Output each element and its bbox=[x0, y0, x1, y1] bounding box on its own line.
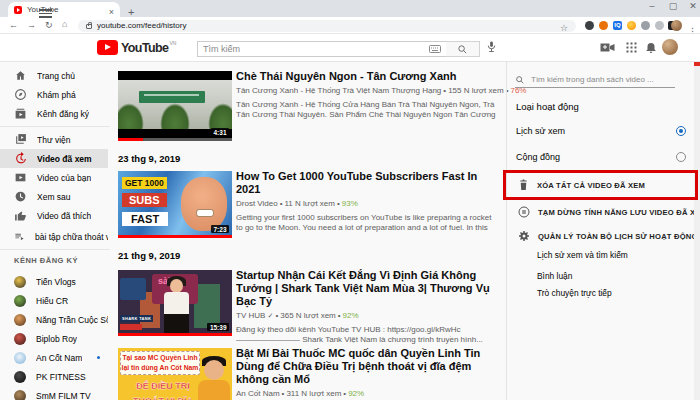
sidebar-item-your-videos[interactable]: Video của bạn bbox=[0, 168, 108, 187]
radio-row-watch-history[interactable]: Lịch sử xem bbox=[516, 126, 686, 136]
screen: YouTube – ▢ ✕ ← → ↻ ⌂ youtube.com/feed/h… bbox=[0, 0, 700, 400]
url-text[interactable]: youtube.com/feed/history bbox=[97, 21, 186, 30]
sidebar-channel[interactable]: Năng Trần Cuộc Sốn.. bbox=[0, 310, 108, 329]
sidebar-item-label: Khám phá bbox=[37, 90, 76, 100]
channel-avatar bbox=[14, 352, 26, 364]
scrollbar-track[interactable] bbox=[694, 34, 700, 400]
search-icon bbox=[457, 44, 468, 55]
sidebar-item-playlist[interactable]: bài tập chữa thoát vị ... bbox=[0, 227, 108, 246]
video-info: Startup Nhận Cái Kết Đắng Vì Định Giá Kh… bbox=[236, 269, 498, 346]
extension-icon-4[interactable] bbox=[655, 21, 664, 30]
action-label: QUẢN LÝ TOÀN BỘ LỊCH SỬ HOẠT ĐỘNG bbox=[538, 232, 698, 241]
sidebar-item-library[interactable]: Thư viện bbox=[0, 130, 108, 149]
video-title[interactable]: Bật Mí Bài Thuốc MC quốc dân Quyền Linh … bbox=[236, 347, 498, 386]
apps-grid-icon[interactable] bbox=[626, 42, 637, 53]
radio-label: Lịch sử xem bbox=[516, 126, 565, 136]
channel-label: Biplob Roy bbox=[36, 334, 77, 344]
channel-label: Tiến Vlogs bbox=[36, 277, 76, 287]
pause-watch-history-button[interactable]: TẠM DỪNG TÍNH NĂNG LƯU VIDEO ĐÃ XEM bbox=[518, 206, 700, 218]
channel-avatar bbox=[14, 276, 26, 288]
thumbnail-face bbox=[181, 177, 227, 231]
youtube-logo[interactable]: YouTube VN bbox=[97, 40, 176, 55]
window-maximize-button[interactable]: ▢ bbox=[666, 1, 680, 11]
sidebar-divider bbox=[0, 126, 110, 127]
reload-icon[interactable]: ↻ bbox=[45, 20, 53, 30]
sidebar-channel[interactable]: SmM FILM TV bbox=[0, 386, 108, 400]
sidebar-channel[interactable]: PK FITNESS bbox=[0, 367, 108, 386]
extension-icon-iq[interactable]: IQ bbox=[613, 21, 622, 30]
search-input[interactable] bbox=[203, 44, 429, 54]
omnibox[interactable]: youtube.com/feed/history bbox=[78, 20, 576, 32]
video-title[interactable]: Startup Nhận Cái Kết Đắng Vì Định Giá Kh… bbox=[236, 269, 498, 308]
sidebar-channel[interactable]: Tiến Vlogs bbox=[0, 272, 108, 291]
user-avatar[interactable] bbox=[662, 39, 678, 55]
video-thumbnail[interactable]: GET 1000 SUBS FAST 7:23 bbox=[118, 171, 232, 238]
extension-icon-1[interactable] bbox=[585, 21, 594, 30]
duration-badge: 15:39 bbox=[207, 323, 229, 331]
browser-profile-avatar[interactable] bbox=[671, 20, 682, 31]
browser-tab[interactable]: YouTube bbox=[8, 2, 120, 17]
lock-icon bbox=[86, 24, 92, 29]
youtube-play-icon bbox=[97, 40, 118, 55]
search-button[interactable] bbox=[446, 41, 480, 57]
hamburger-menu-icon[interactable] bbox=[39, 9, 52, 18]
radio-unselected-icon[interactable] bbox=[676, 152, 686, 162]
panel-divider bbox=[506, 62, 507, 400]
video-title[interactable]: How To Get 1000 YouTube Subscribers Fast… bbox=[236, 170, 498, 196]
radio-selected-icon[interactable] bbox=[676, 126, 686, 136]
radio-row-community[interactable]: Cộng đồng bbox=[516, 152, 686, 162]
home-nav-icon[interactable]: ⌂ bbox=[62, 19, 67, 29]
view-count: 311 N lượt xem bbox=[286, 389, 341, 398]
your-videos-icon bbox=[14, 171, 27, 184]
notifications-bell-icon[interactable] bbox=[645, 41, 657, 54]
window-close-button[interactable]: ✕ bbox=[686, 1, 700, 11]
window-minimize-button[interactable]: – bbox=[645, 1, 659, 11]
video-thumbnail[interactable]: Tại sao MC Quyền Linh lại tin dùng An Cố… bbox=[118, 348, 232, 400]
search-icon bbox=[515, 75, 525, 85]
create-video-icon[interactable] bbox=[600, 42, 615, 53]
forward-icon[interactable]: → bbox=[27, 20, 36, 30]
channel-name[interactable]: Tân Cương Xanh - Hệ Thống Trà Việt Nam T… bbox=[236, 86, 441, 95]
date-group-header: 21 thg 9, 2019 bbox=[118, 250, 180, 261]
sidebar-item-label: Video của bạn bbox=[37, 173, 91, 183]
sidebar-item-watch-later[interactable]: Xem sau bbox=[0, 187, 108, 206]
sidebar-item-subscriptions[interactable]: Kênh đăng ký bbox=[0, 104, 108, 123]
search-box[interactable] bbox=[197, 41, 447, 57]
watch-later-icon bbox=[14, 190, 27, 203]
channel-name[interactable]: Drost Video bbox=[236, 199, 278, 208]
link-watch-search-history[interactable]: Lịch sử xem và tìm kiếm bbox=[537, 250, 628, 260]
youtube-favicon-icon bbox=[14, 6, 22, 14]
keyboard-icon[interactable] bbox=[429, 45, 441, 53]
channel-name[interactable]: TV HUB bbox=[236, 311, 265, 320]
extension-icon-lightbulb[interactable] bbox=[627, 21, 636, 30]
sidebar-channel[interactable]: An Cốt Nam bbox=[0, 348, 108, 367]
extension-icon-2[interactable] bbox=[599, 21, 608, 30]
link-comments[interactable]: Bình luận bbox=[537, 271, 572, 281]
extension-icon-3[interactable] bbox=[641, 21, 650, 30]
sidebar-item-explore[interactable]: Khám phá bbox=[0, 85, 108, 104]
sidebar-item-home[interactable]: Trang chủ bbox=[0, 66, 108, 85]
thumbnail-person bbox=[170, 279, 183, 293]
video-thumbnail[interactable]: 4:31 bbox=[118, 71, 232, 141]
sidebar-item-history[interactable]: Video đã xem bbox=[0, 149, 108, 168]
browser-tab-bar: YouTube – ▢ ✕ bbox=[0, 0, 700, 17]
link-live-chat[interactable]: Trò chuyện trực tiếp bbox=[537, 288, 612, 298]
history-search[interactable] bbox=[515, 72, 675, 88]
watch-progress-bar bbox=[118, 235, 232, 238]
bookmark-star-icon[interactable] bbox=[560, 17, 568, 35]
sidebar-item-liked-videos[interactable]: Video đã thích bbox=[0, 206, 108, 225]
tab-close-icon[interactable] bbox=[109, 1, 114, 19]
history-search-input[interactable] bbox=[531, 75, 661, 84]
video-title[interactable]: Chè Thái Nguyên Ngon - Tân Cương Xanh bbox=[236, 70, 498, 83]
channel-name[interactable]: An Cốt Nam bbox=[236, 389, 280, 398]
sidebar-channel[interactable]: Hiếu CR bbox=[0, 291, 108, 310]
video-meta: An Cốt Nam•311 N lượt xem•92% bbox=[236, 389, 498, 398]
manage-activity-button[interactable]: QUẢN LÝ TOÀN BỘ LỊCH SỬ HOẠT ĐỘNG bbox=[518, 230, 698, 242]
back-icon[interactable]: ← bbox=[9, 20, 18, 30]
thumbnail-text: THOÁT VỊ ĐĨA ĐỆM bbox=[122, 396, 204, 400]
new-content-dot bbox=[97, 356, 100, 359]
library-icon bbox=[14, 133, 27, 146]
sidebar-channel[interactable]: Biplob Roy bbox=[0, 329, 108, 348]
mic-icon[interactable] bbox=[486, 40, 497, 53]
video-thumbnail[interactable]: sài g SHARK TANK 15:39 bbox=[118, 270, 232, 336]
